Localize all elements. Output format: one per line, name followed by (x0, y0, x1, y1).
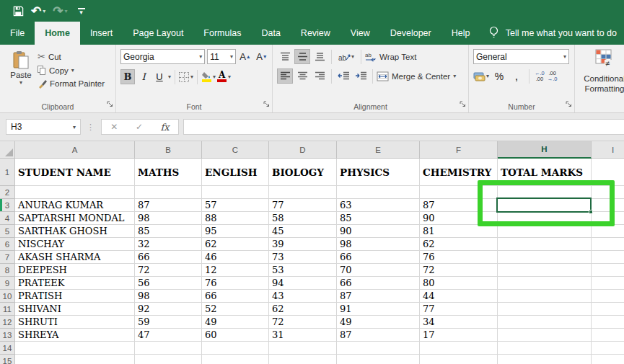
cell-D1[interactable]: BIOLOGY (269, 159, 337, 186)
tab-formulas[interactable]: Formulas (193, 22, 251, 45)
tab-view[interactable]: View (340, 22, 380, 45)
copy-dropdown-icon[interactable]: ▾ (71, 67, 74, 74)
cell-E2[interactable] (337, 186, 420, 199)
cell-H6[interactable] (498, 238, 592, 251)
copy-button[interactable]: Copy ▾ (38, 66, 105, 75)
underline-button[interactable]: U (152, 69, 167, 84)
cell-I3[interactable] (592, 199, 624, 212)
cell-B13[interactable]: 47 (135, 329, 202, 342)
cell-I12[interactable] (592, 316, 624, 329)
cell-A3[interactable]: ANURAG KUMAR (15, 199, 135, 212)
merge-center-dropdown-icon[interactable]: ▾ (453, 73, 456, 79)
cell-D13[interactable]: 31 (269, 329, 337, 342)
row-header-13[interactable]: 13 (0, 329, 15, 342)
cell-C11[interactable]: 52 (202, 303, 269, 316)
cell-C3[interactable]: 57 (202, 199, 269, 212)
paste-dropdown-icon[interactable]: ▾ (19, 79, 22, 86)
accounting-dropdown-icon[interactable]: ▾ (486, 73, 489, 79)
column-header-E[interactable]: E (337, 141, 420, 159)
top-align-button[interactable] (277, 49, 293, 64)
formula-input[interactable] (183, 119, 624, 135)
number-dialog-launcher-icon[interactable] (566, 97, 572, 110)
cell-E4[interactable]: 85 (337, 212, 420, 225)
cell-I6[interactable] (592, 238, 624, 251)
cell-C9[interactable]: 76 (202, 277, 269, 290)
cell-D2[interactable] (269, 186, 337, 199)
conditional-formatting-button[interactable]: ≠ Conditional Formatting (579, 49, 624, 94)
tab-home[interactable]: Home (35, 22, 80, 45)
cell-I1[interactable] (592, 159, 624, 186)
cell-H10[interactable] (498, 290, 592, 303)
column-header-H[interactable]: H (498, 141, 592, 159)
cell-C15[interactable] (202, 355, 269, 364)
tab-review[interactable]: Review (291, 22, 340, 45)
cell-A11[interactable]: SHIVANI (15, 303, 135, 316)
cell-D8[interactable]: 53 (269, 264, 337, 277)
tab-page-layout[interactable]: Page Layout (123, 22, 193, 45)
cell-F7[interactable]: 76 (420, 251, 498, 264)
cell-A7[interactable]: AKASH SHARMA (15, 251, 135, 264)
font-color-button[interactable]: A (217, 71, 227, 82)
clipboard-dialog-launcher-icon[interactable] (107, 97, 113, 110)
row-header-9[interactable]: 9 (0, 277, 15, 290)
row-header-11[interactable]: 11 (0, 303, 15, 316)
cell-H5[interactable] (498, 225, 592, 238)
cell-F13[interactable]: 17 (420, 329, 498, 342)
cell-H4[interactable] (498, 212, 592, 225)
cell-E3[interactable]: 63 (337, 199, 420, 212)
paste-button[interactable]: Paste ▾ (4, 49, 38, 101)
increase-decimal-button[interactable]: ←.0 .00 (535, 71, 545, 82)
cell-C1[interactable]: ENGLISH (202, 159, 269, 186)
cell-B9[interactable]: 56 (135, 277, 202, 290)
cell-H1[interactable]: TOTAL MARKS (498, 159, 592, 186)
cell-H15[interactable] (498, 355, 592, 364)
cell-A9[interactable]: PRATEEK (15, 277, 135, 290)
alignment-dialog-launcher-icon[interactable] (460, 97, 466, 110)
middle-align-button[interactable] (294, 49, 310, 64)
increase-font-size-button[interactable]: A▲ (238, 49, 252, 64)
save-icon[interactable] (13, 6, 24, 17)
row-header-5[interactable]: 5 (0, 225, 15, 238)
cell-D6[interactable]: 39 (269, 238, 337, 251)
cell-F9[interactable]: 80 (420, 277, 498, 290)
fill-handle[interactable] (589, 210, 593, 214)
cell-B5[interactable]: 85 (135, 225, 202, 238)
cell-D14[interactable] (269, 342, 337, 355)
cell-B14[interactable] (135, 342, 202, 355)
align-center-button[interactable] (294, 68, 310, 84)
row-header-12[interactable]: 12 (0, 316, 15, 329)
font-size-dropdown-icon[interactable]: ▾ (230, 53, 233, 60)
cell-D7[interactable]: 73 (269, 251, 337, 264)
font-family-dropdown-icon[interactable]: ▾ (199, 53, 202, 60)
italic-button[interactable]: I (136, 69, 151, 84)
cell-D11[interactable]: 62 (269, 303, 337, 316)
cell-A5[interactable]: SARTHAK GHOSH (15, 225, 135, 238)
cell-I8[interactable] (592, 264, 624, 277)
cell-E7[interactable]: 66 (337, 251, 420, 264)
number-format-combobox[interactable]: General ▾ (473, 49, 569, 64)
font-dialog-launcher-icon[interactable] (263, 97, 270, 110)
increase-indent-button[interactable] (353, 68, 369, 84)
row-header-14[interactable]: 14 (0, 342, 15, 355)
cell-A13[interactable]: SHREYA (15, 329, 135, 342)
cell-D4[interactable]: 58 (269, 212, 337, 225)
column-header-I[interactable]: I (592, 141, 624, 159)
cell-F2[interactable] (420, 186, 498, 199)
row-header-4[interactable]: 4 (0, 212, 15, 225)
cell-F10[interactable]: 44 (420, 290, 498, 303)
cell-F4[interactable]: 90 (420, 212, 498, 225)
undo-button[interactable]: ↶ ▾ (31, 5, 45, 17)
cell-F11[interactable]: 77 (420, 303, 498, 316)
select-all-corner[interactable] (0, 141, 15, 159)
name-box-dropdown-icon[interactable]: ▾ (73, 124, 76, 130)
cell-E5[interactable]: 90 (337, 225, 420, 238)
merge-center-button[interactable]: Merge & Center ▾ (377, 71, 456, 81)
orientation-button[interactable]: ab ▾ (335, 49, 357, 64)
cell-B6[interactable]: 32 (135, 238, 202, 251)
cell-F6[interactable]: 62 (420, 238, 498, 251)
cell-A6[interactable]: NISCHAY (15, 238, 135, 251)
row-header-15[interactable]: 15 (0, 355, 15, 364)
cell-B15[interactable] (135, 355, 202, 364)
cell-F14[interactable] (420, 342, 498, 355)
cell-H13[interactable] (498, 329, 592, 342)
